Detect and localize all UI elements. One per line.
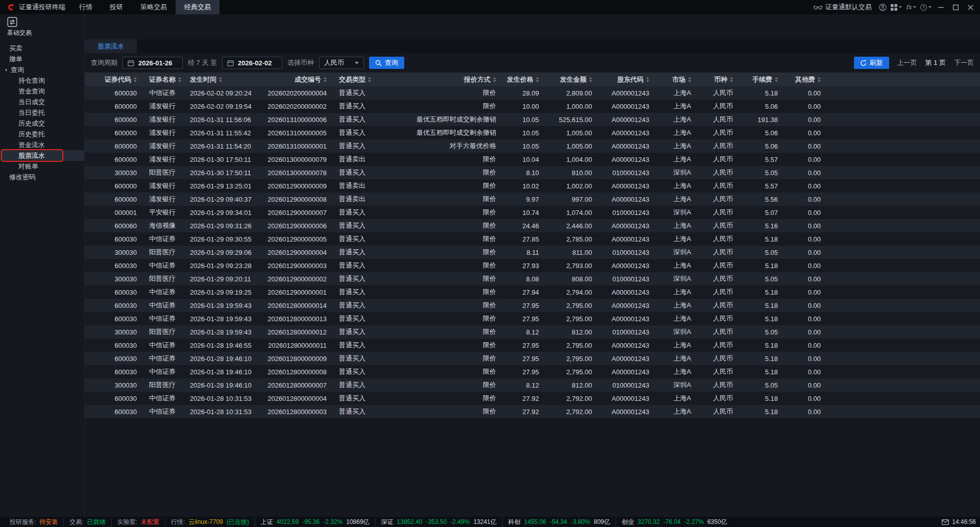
cell-time: 2026-01-31 11:55:42 <box>184 126 260 139</box>
index-chinext[interactable]: 创业3270.32-76.04-2.27%6350亿 <box>616 518 732 526</box>
table-row[interactable]: 300030阳普医疗2026-01-28 19:46:1020260128000… <box>85 378 980 392</box>
sidebar-item-statement[interactable]: 对账单 <box>0 161 84 172</box>
index-value: 1455.06 <box>524 518 546 525</box>
column-header-time[interactable]: 发生时间 <box>184 73 260 86</box>
currency-select[interactable]: 人民币 <box>319 57 364 69</box>
toolbox-basic-trade[interactable]: 基础交易 <box>0 14 84 40</box>
refresh-button[interactable]: 刷新 <box>854 57 889 69</box>
table-row[interactable]: 600030中信证券2026-01-28 19:46:1020260128000… <box>85 365 980 378</box>
sidebar-item-position-query[interactable]: 持仓查询 <box>0 75 84 86</box>
table-row[interactable]: 600000浦发银行2026-01-31 11:56:0620260131000… <box>85 113 980 126</box>
table-row[interactable]: 300030阳普医疗2026-01-30 17:50:1120260130000… <box>85 166 980 179</box>
sort-icon[interactable] <box>775 77 778 82</box>
sidebar-item-history-deals[interactable]: 历史成交 <box>0 118 84 129</box>
cell-filler <box>827 339 980 352</box>
column-header-trade-no[interactable]: 成交编号 <box>260 73 333 86</box>
table-row[interactable]: 300030阳普医疗2026-01-28 19:59:4320260128000… <box>85 325 980 339</box>
app-brand[interactable]: 证量通投研终端 <box>2 0 70 14</box>
sidebar-item-buy-sell[interactable]: 买卖 <box>0 43 84 54</box>
cell-price-mode: 限价 <box>380 259 502 272</box>
table-row[interactable]: 000001平安银行2026-01-29 09:34:0120260129000… <box>85 206 980 219</box>
column-header-holder-code[interactable]: 股东代码 <box>598 73 655 86</box>
sidebar-item-stock-flow[interactable]: 股票流水 <box>0 150 84 161</box>
column-header-fee[interactable]: 手续费 <box>739 73 784 86</box>
table-row[interactable]: 600030中信证券2026-01-28 10:31:5320260128000… <box>85 405 980 418</box>
column-header-market[interactable]: 市场 <box>655 73 697 86</box>
sort-icon[interactable] <box>493 77 496 82</box>
prev-page-button[interactable]: 上一页 <box>897 58 917 67</box>
cell-holder-code: A000001243 <box>598 352 655 365</box>
account-switcher[interactable]: 证量通默认交易 <box>808 0 877 14</box>
table-row[interactable]: 600030中信证券2026-01-29 09:23:2820260129000… <box>85 259 980 272</box>
sort-icon[interactable] <box>688 77 691 82</box>
sidebar-item-today-orders[interactable]: 当日委托 <box>0 107 84 118</box>
sidebar-item-today-deals[interactable]: 当日成交 <box>0 97 84 107</box>
menu-item-quotes[interactable]: 行情 <box>70 0 101 14</box>
formula-menu-button[interactable]: fx <box>904 0 918 14</box>
sort-icon[interactable] <box>178 77 181 82</box>
sort-icon[interactable] <box>219 77 222 82</box>
table-row[interactable]: 600030中信证券2026-01-28 19:59:4320260128000… <box>85 312 980 325</box>
index-star[interactable]: 科创1455.06-54.34-3.60%809亿 <box>502 518 616 526</box>
cell-other-fee: 0.00 <box>784 325 827 339</box>
close-button[interactable] <box>963 0 978 14</box>
start-date-input[interactable]: 2026-01-26 <box>122 57 183 69</box>
sort-icon[interactable] <box>368 77 371 82</box>
table-row[interactable]: 300030阳普医疗2026-01-29 09:29:0620260129000… <box>85 246 980 259</box>
sort-icon[interactable] <box>646 77 649 82</box>
sidebar-item-history-orders[interactable]: 历史委托 <box>0 129 84 139</box>
table-row[interactable]: 600000浦发银行2026-01-29 13:25:0120260129000… <box>85 179 980 193</box>
table-row[interactable]: 600030中信证券2026-01-29 09:19:2520260129000… <box>85 285 980 299</box>
mail-icon[interactable] <box>942 519 949 525</box>
sort-icon[interactable] <box>324 77 327 82</box>
table-row[interactable]: 600030中信证券2026-02-02 09:20:2420260202000… <box>85 86 980 100</box>
sort-icon[interactable] <box>818 77 821 82</box>
sidebar-item-fund-flow[interactable]: 资金流水 <box>0 139 84 150</box>
help-menu-button[interactable]: ? <box>918 0 934 14</box>
table-row[interactable]: 600030中信证券2026-01-28 19:46:5520260128000… <box>85 339 980 352</box>
table-row[interactable]: 600000浦发银行2026-01-31 11:55:4220260131000… <box>85 126 980 139</box>
sidebar-item-query[interactable]: ▾查询 <box>0 64 84 75</box>
table-row[interactable]: 600000浦发银行2026-02-02 09:19:5420260202000… <box>85 100 980 113</box>
sort-icon[interactable] <box>589 77 592 82</box>
table-row[interactable]: 600060海信视像2026-01-29 09:31:2620260129000… <box>85 219 980 232</box>
table-row[interactable]: 600000浦发银行2026-01-30 17:50:1120260130000… <box>85 153 980 166</box>
table-row[interactable]: 600030中信证券2026-01-29 09:30:5520260129000… <box>85 232 980 246</box>
sort-icon[interactable] <box>134 77 137 82</box>
end-date-input[interactable]: 2026-02-02 <box>222 57 282 69</box>
sidebar-item-change-password[interactable]: 修改密码 <box>0 172 84 182</box>
cell-trade-no: 2026012900000004 <box>260 246 333 259</box>
index-sh[interactable]: 上证4022.59-95.36-2.32%10869亿 <box>255 518 375 526</box>
menu-item-classic-trade[interactable]: 经典交易 <box>176 0 219 14</box>
column-header-name[interactable]: 证券名称 <box>143 73 184 86</box>
sidebar-item-fund-query[interactable]: 资金查询 <box>0 86 84 97</box>
search-button[interactable]: 查询 <box>369 57 404 69</box>
minimize-button[interactable] <box>934 0 948 14</box>
table-row[interactable]: 300030阳普医疗2026-01-29 09:20:1120260129000… <box>85 272 980 285</box>
table-row[interactable]: 600030中信证券2026-01-28 19:46:1020260128000… <box>85 352 980 365</box>
column-header-other-fee[interactable]: 其他费 <box>784 73 827 86</box>
sort-icon[interactable] <box>730 77 733 82</box>
column-header-trade-type[interactable]: 交易类型 <box>333 73 380 86</box>
tab-stock-flow[interactable]: 股票流水 <box>85 39 137 53</box>
table-row[interactable]: 600000浦发银行2026-01-29 09:40:3720260129000… <box>85 193 980 206</box>
column-header-amount[interactable]: 发生金额 <box>545 73 598 86</box>
layout-menu-button[interactable] <box>889 0 904 14</box>
column-header-price-mode[interactable]: 报价方式 <box>380 73 502 86</box>
table-row[interactable]: 600030中信证券2026-01-28 10:31:5320260128000… <box>85 392 980 405</box>
index-sz[interactable]: 深证13852.40-353.50-2.49%13241亿 <box>375 518 502 526</box>
menu-item-research[interactable]: 投研 <box>101 0 132 14</box>
table-row[interactable]: 600030中信证券2026-01-28 19:59:4320260128000… <box>85 299 980 312</box>
sidebar-item-cancel-order[interactable]: 撤单 <box>0 54 84 64</box>
cell-time: 2026-01-28 19:59:43 <box>184 325 260 339</box>
column-header-currency[interactable]: 币种 <box>697 73 739 86</box>
table-row[interactable]: 600000浦发银行2026-01-31 11:54:2020260131000… <box>85 139 980 153</box>
menu-item-strategy-trade[interactable]: 策略交易 <box>132 0 176 14</box>
column-header-code[interactable]: 证券代码 <box>85 73 143 86</box>
column-header-price[interactable]: 发生价格 <box>502 73 545 86</box>
cell-holder-code: A000001243 <box>598 153 655 166</box>
user-button[interactable] <box>877 0 889 14</box>
maximize-button[interactable] <box>948 0 963 14</box>
sort-icon[interactable] <box>536 77 539 82</box>
next-page-button[interactable]: 下一页 <box>954 58 974 67</box>
